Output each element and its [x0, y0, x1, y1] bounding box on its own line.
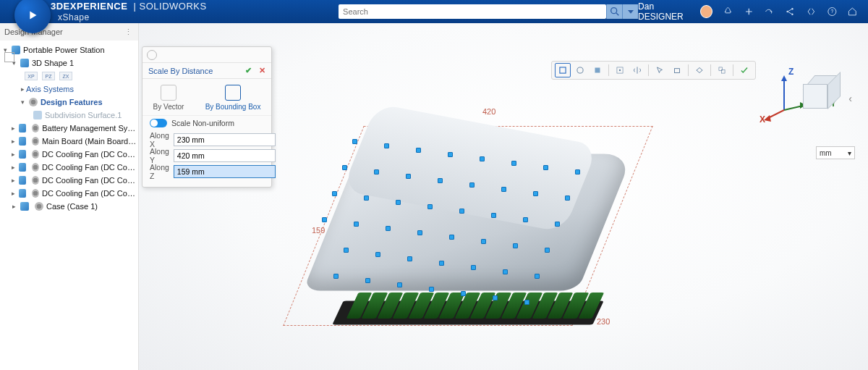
subdiv-node[interactable]: [322, 217, 327, 222]
subdiv-node[interactable]: [575, 169, 580, 175]
notify-icon[interactable]: [723, 6, 733, 17]
plane-chip[interactable]: XP: [25, 72, 38, 80]
subdiv-node[interactable]: [344, 248, 349, 253]
subdiv-node[interactable]: [427, 204, 433, 209]
subdiv-node[interactable]: [513, 243, 518, 248]
subdiv-node[interactable]: [449, 235, 454, 240]
tree-shape[interactable]: ▾3D Shape 1: [0, 56, 138, 70]
panel-menu-icon[interactable]: ⋮: [124, 28, 134, 37]
subdiv-node[interactable]: [511, 161, 516, 166]
tool-select-icon[interactable]: [652, 63, 668, 77]
tool-reflect-icon[interactable]: [629, 63, 645, 77]
subdiv-node[interactable]: [543, 165, 548, 170]
subdiv-node[interactable]: [459, 209, 464, 214]
tool-globe-icon[interactable]: [572, 63, 588, 77]
subdiv-node[interactable]: [501, 187, 506, 192]
subdiv-node[interactable]: [493, 295, 498, 300]
unit-selector[interactable]: mm▾: [816, 146, 855, 159]
share-nodes-icon[interactable]: [785, 6, 796, 17]
tree-item[interactable]: ▸Main Board (Main Board - FFF 1): [0, 135, 138, 148]
tree-item[interactable]: ▸DC Cooling Fan (DC Cooling F…: [0, 148, 138, 161]
subdiv-node[interactable]: [416, 148, 421, 153]
subdiv-node[interactable]: [332, 191, 337, 196]
subdiv-node[interactable]: [396, 200, 401, 205]
nav-cube[interactable]: [803, 75, 839, 112]
tool-box-icon[interactable]: [669, 63, 685, 77]
search-input[interactable]: [339, 4, 606, 19]
tree-item[interactable]: ▸Case (Case 1): [0, 200, 138, 213]
input-along-x[interactable]: [174, 133, 276, 146]
subdiv-node[interactable]: [461, 291, 466, 296]
confirm-icon[interactable]: [736, 63, 752, 77]
tool-display-icon[interactable]: [590, 63, 605, 77]
subdiv-node[interactable]: [555, 222, 560, 227]
ruler-icon[interactable]: [4, 52, 14, 62]
plane-chip[interactable]: PZ: [42, 72, 55, 80]
tree-item[interactable]: ▸DC Cooling Fan (DC Cooling F…: [0, 174, 138, 187]
subdiv-node[interactable]: [374, 169, 379, 175]
tool-shape-icon[interactable]: [692, 63, 707, 77]
tool-fit-icon[interactable]: [555, 63, 571, 77]
subdiv-node[interactable]: [354, 222, 359, 227]
help-icon[interactable]: ?: [827, 6, 838, 17]
dialog-settings-icon[interactable]: [147, 50, 157, 60]
subdiv-node[interactable]: [384, 143, 389, 148]
subdiv-node[interactable]: [491, 213, 496, 218]
subdiv-node[interactable]: [481, 239, 486, 244]
tree-features[interactable]: ▾Design Features: [0, 96, 138, 109]
user-menu[interactable]: Dan DESIGNER: [638, 1, 712, 22]
dialog-ok-icon[interactable]: ✔: [245, 66, 252, 75]
tree-subdiv[interactable]: Subdivision Surface.1: [0, 109, 138, 122]
subdiv-node[interactable]: [429, 287, 434, 292]
subdiv-node[interactable]: [375, 252, 380, 257]
subdiv-node[interactable]: [535, 274, 540, 279]
view-triad[interactable]: Y Z X: [760, 67, 839, 139]
subdiv-node[interactable]: [469, 182, 475, 188]
subdiv-node[interactable]: [545, 248, 550, 253]
home-icon[interactable]: [847, 6, 858, 17]
subdiv-node[interactable]: [342, 165, 347, 170]
subdiv-node[interactable]: [386, 226, 391, 231]
collapse-right-icon[interactable]: ‹: [848, 93, 852, 104]
tree-item[interactable]: ▸DC Cooling Fan (DC Cooling F…: [0, 187, 138, 200]
plus-icon[interactable]: [744, 6, 754, 17]
subdiv-node[interactable]: [333, 274, 339, 279]
input-along-y[interactable]: [174, 149, 276, 162]
subdiv-node[interactable]: [364, 195, 369, 201]
toggle-nonuniform[interactable]: [150, 119, 167, 127]
subdiv-node[interactable]: [407, 256, 412, 261]
plane-chip[interactable]: ZX: [59, 72, 72, 80]
search-button[interactable]: [606, 4, 622, 19]
nonuniform-row[interactable]: Scale Non-uniform: [142, 115, 271, 130]
subdiv-node[interactable]: [471, 265, 476, 270]
tool-cage-icon[interactable]: [612, 63, 628, 77]
tree-item[interactable]: ▸DC Cooling Fan (DC Cooling F…: [0, 161, 138, 174]
subdiv-node[interactable]: [524, 300, 529, 305]
mode-by-vector[interactable]: By Vector: [153, 85, 184, 111]
subdiv-node[interactable]: [397, 282, 402, 287]
subdiv-node[interactable]: [565, 195, 570, 201]
subdiv-node[interactable]: [406, 174, 411, 179]
subdiv-node[interactable]: [480, 156, 485, 161]
dialog-close-icon[interactable]: ✕: [259, 66, 265, 75]
tree-root[interactable]: ▾Portable Power Station: [0, 43, 138, 56]
subdiv-node[interactable]: [503, 269, 508, 274]
tree-item[interactable]: ▸Battery Management System (…: [0, 122, 138, 135]
subdiv-node[interactable]: [439, 261, 444, 266]
mode-by-bbox[interactable]: By Bounding Box: [205, 85, 261, 111]
dialog-header[interactable]: [142, 47, 271, 63]
subdiv-node[interactable]: [365, 278, 370, 283]
search-dropdown[interactable]: [622, 4, 638, 19]
model[interactable]: 420 159 230: [309, 103, 620, 349]
apps-icon[interactable]: [806, 6, 817, 17]
subdiv-node[interactable]: [352, 139, 357, 144]
subdiv-node[interactable]: [438, 178, 443, 183]
share-forward-icon[interactable]: [764, 6, 775, 17]
subdiv-node[interactable]: [417, 230, 422, 235]
tree-axis[interactable]: ▸Axis Systems: [0, 83, 138, 96]
tool-scale-icon[interactable]: [714, 63, 730, 77]
input-along-z[interactable]: [174, 165, 276, 178]
subdiv-node[interactable]: [448, 152, 453, 157]
subdiv-node[interactable]: [523, 217, 528, 222]
subdiv-node[interactable]: [533, 191, 538, 196]
